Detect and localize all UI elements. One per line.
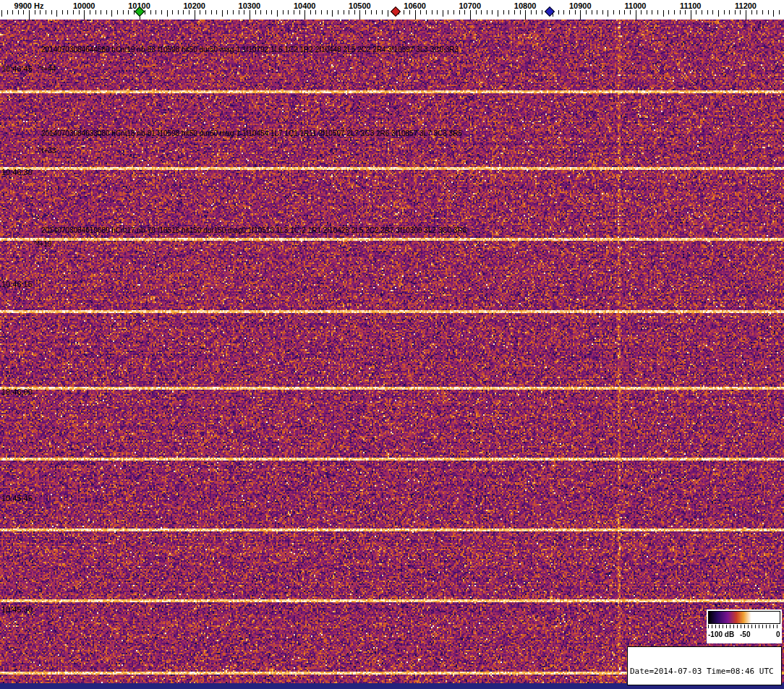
ruler-tick (117, 10, 118, 14)
ruler-tick (608, 10, 608, 17)
ruler-tick (260, 10, 261, 14)
ruler-label-10200: 10200 (183, 1, 205, 10)
ruler-tick (294, 10, 294, 14)
colorbar-gradient (708, 611, 780, 624)
ruler-tick (365, 10, 366, 14)
ruler-tick (464, 10, 465, 14)
ruler-tick (481, 10, 482, 14)
ruler-tick (630, 10, 631, 14)
ruler-tick (586, 10, 587, 14)
ruler-tick (691, 10, 691, 20)
ruler-tick (205, 10, 206, 14)
spectrogram-waterfall (0, 20, 784, 683)
blue-marker-diamond[interactable] (545, 7, 555, 17)
ruler-tick (145, 10, 145, 14)
ruler-tick (751, 10, 752, 14)
meteor-spectrogram-app: 9900 Hz100001010010200103001040010500106… (0, 0, 784, 689)
ruler-tick (227, 10, 228, 14)
ruler-tick (415, 10, 416, 20)
ruler-tick (1, 10, 2, 17)
ruler-tick (448, 10, 448, 14)
ruler-tick (46, 10, 46, 14)
ruler-tick (757, 10, 757, 14)
ruler-tick (51, 10, 52, 14)
ruler-tick (200, 10, 200, 14)
ruler-tick (657, 10, 658, 14)
ruler-tick (575, 10, 576, 14)
ruler-tick (707, 10, 708, 14)
ruler-tick (155, 10, 156, 14)
ruler-tick (161, 10, 162, 14)
ruler-tick (680, 10, 681, 14)
ruler-tick (597, 10, 597, 14)
colorbar-ticks (708, 625, 780, 628)
ruler-tick (641, 10, 642, 14)
ruler-tick (768, 10, 769, 14)
ruler-tick (663, 10, 664, 17)
ruler-tick (613, 10, 614, 14)
ruler-tick (354, 10, 355, 14)
ruler-tick (746, 10, 746, 20)
info-box: Date=2014-07-03 Time=08:46 UTC Freq=143 … (627, 646, 782, 685)
ruler-tick (310, 10, 311, 14)
ruler-tick (476, 10, 477, 14)
ruler-tick (23, 10, 24, 14)
ruler-label-10000: 10000 (73, 1, 95, 10)
ruler-tick (492, 10, 493, 14)
ruler-tick (195, 10, 195, 20)
ruler-label-10300: 10300 (239, 1, 261, 10)
ruler-tick (525, 10, 526, 20)
ruler-tick (90, 10, 90, 14)
colorbar-label-min: -100 dB (708, 630, 734, 638)
ruler-tick (106, 10, 107, 14)
ruler-tick (327, 10, 328, 14)
ruler-tick (580, 10, 581, 20)
ruler-tick (531, 10, 532, 14)
ruler-tick (239, 10, 239, 14)
ruler-tick (647, 10, 647, 14)
ruler-tick (371, 10, 372, 14)
ruler-label-10800: 10800 (514, 1, 537, 10)
ruler-tick (288, 10, 289, 14)
ruler-tick (636, 10, 636, 20)
ruler-tick (668, 10, 669, 14)
ruler-tick (773, 10, 774, 17)
ruler-tick (123, 10, 124, 14)
ruler-tick (592, 10, 592, 14)
ruler-tick (404, 10, 404, 14)
ruler-tick (409, 10, 410, 14)
ruler-tick (735, 10, 736, 14)
ruler-tick (388, 10, 388, 17)
ruler-tick (271, 10, 272, 14)
ruler-tick (67, 10, 68, 14)
ruler-tick (304, 10, 305, 20)
info-date-line: Date=2014-07-03 Time=08:46 UTC (630, 667, 779, 676)
ruler-tick (520, 10, 521, 14)
ruler-label-10400: 10400 (294, 1, 316, 10)
ruler-tick (420, 10, 421, 14)
colorbar-label-mid: -50 (740, 630, 750, 638)
ruler-tick (542, 10, 542, 14)
ruler-tick (150, 10, 151, 14)
ruler-tick (459, 10, 460, 14)
ruler-tick (674, 10, 675, 14)
ruler-tick (503, 10, 504, 14)
ruler-tick (332, 10, 333, 17)
frequency-ruler: 9900 Hz100001010010200103001040010500106… (0, 0, 784, 20)
ruler-tick (211, 10, 212, 14)
ruler-tick (712, 10, 713, 14)
colorbar-label-max: 0 (776, 630, 780, 638)
ruler-tick (382, 10, 383, 14)
ruler-tick (718, 10, 719, 17)
ruler-tick (376, 10, 377, 14)
ruler-label-11100: 11100 (680, 1, 701, 10)
ruler-tick (344, 10, 344, 14)
ruler-tick (95, 10, 96, 14)
ruler-tick (183, 10, 184, 14)
ruler-tick (696, 10, 696, 14)
ruler-tick (563, 10, 564, 14)
ruler-tick (62, 10, 63, 14)
ruler-tick (514, 10, 515, 14)
red-marker-diamond[interactable] (391, 7, 401, 17)
ruler-tick (56, 10, 57, 17)
